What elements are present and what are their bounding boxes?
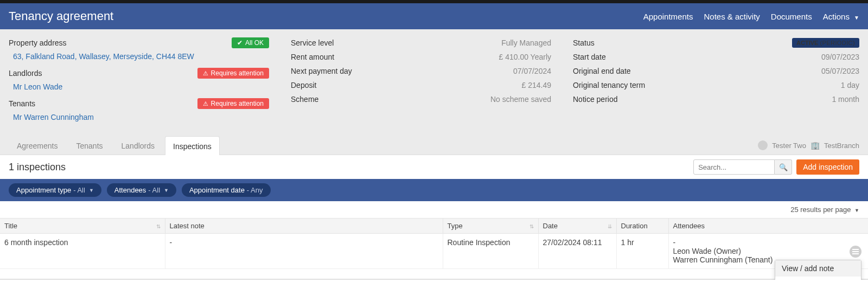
hamburger-icon xyxy=(852,251,859,252)
warning-icon: ⚠ xyxy=(203,100,208,107)
tab-inspections[interactable]: Inspections xyxy=(165,136,220,155)
row-context-menu: View / add note Cancel appointment Edit … xyxy=(775,260,861,280)
user-info: Tester Two 🏢 TestBranch xyxy=(758,140,859,155)
service-level-label: Service level xyxy=(291,39,334,47)
results-per-page-label: 25 results per page xyxy=(790,206,851,214)
footer-separator xyxy=(0,279,868,280)
sort-desc-icon: ⇊ xyxy=(608,223,612,229)
col-title[interactable]: Title⇅ xyxy=(0,219,165,234)
property-address-link[interactable]: 63, Falkland Road, Wallasey, Merseyside,… xyxy=(13,52,194,61)
cell-type: Routine Inspection xyxy=(443,234,538,269)
badge-attention-text: Requires attention xyxy=(211,100,264,107)
col-duration[interactable]: Duration xyxy=(616,219,668,234)
inspections-table: Title⇅ Latest note Type⇅ Date⇊ Duration … xyxy=(0,218,868,269)
filter-value: Any xyxy=(251,186,263,194)
menu-view-add-note[interactable]: View / add note xyxy=(775,260,861,277)
col-title-label: Title xyxy=(4,222,17,230)
col-date-label: Date xyxy=(543,222,558,230)
status-badge-ok: ✔ All OK xyxy=(232,37,269,48)
cell-date: 27/02/2024 08:11 xyxy=(538,234,616,269)
tab-tenants[interactable]: Tenants xyxy=(68,136,111,155)
filter-appointment-type[interactable]: Appointment type - All ▼ xyxy=(9,183,101,197)
filter-label: Attendees xyxy=(114,186,146,194)
tenant-link[interactable]: Mr Warren Cunningham xyxy=(13,113,94,121)
filter-attendees[interactable]: Attendees - All ▼ xyxy=(107,183,176,197)
col-type-label: Type xyxy=(448,222,463,230)
filter-label: Appointment type xyxy=(16,186,71,194)
summary-col-mid: Service levelFully Managed Rent amount£ … xyxy=(291,36,551,127)
attendee-dash: - xyxy=(673,238,864,247)
warning-icon: ⚠ xyxy=(203,70,208,77)
scheme-value: No scheme saved xyxy=(490,95,551,104)
notice-period-value: 1 month xyxy=(832,95,859,104)
table-row[interactable]: 6 month inspection - Routine Inspection … xyxy=(0,234,868,269)
status-badge-attention-landlord: ⚠ Requires attention xyxy=(197,68,269,79)
original-term-value: 1 day xyxy=(841,81,859,89)
summary-col-left: Property address ✔ All OK 63, Falkland R… xyxy=(9,36,269,127)
branch-icon: 🏢 xyxy=(810,141,820,150)
filter-value: All xyxy=(77,186,85,194)
add-inspection-button[interactable]: Add inspection xyxy=(796,159,859,175)
col-duration-label: Duration xyxy=(621,222,648,230)
nav-notes-activity[interactable]: Notes & activity xyxy=(704,12,760,21)
start-date-value: 09/07/2023 xyxy=(821,53,859,61)
service-level-value: Fully Managed xyxy=(501,39,551,47)
start-date-label: Start date xyxy=(573,53,606,61)
notice-period-label: Notice period xyxy=(573,95,618,104)
tenants-label: Tenants xyxy=(9,99,35,108)
nav-actions[interactable]: Actions ▼ xyxy=(823,12,859,21)
header-nav: Appointments Notes & activity Documents … xyxy=(643,12,859,21)
filter-label: Appointment date xyxy=(189,186,245,194)
table-header-row: Title⇅ Latest note Type⇅ Date⇊ Duration … xyxy=(0,219,868,234)
menu-cancel-appointment[interactable]: Cancel appointment xyxy=(775,277,861,280)
nav-documents[interactable]: Documents xyxy=(771,12,812,21)
page-header: Tenancy agreement Appointments Notes & a… xyxy=(0,3,868,29)
user-name: Tester Two xyxy=(772,142,806,150)
original-term-label: Original tenancy term xyxy=(573,81,645,89)
original-end-date-value: 05/07/2023 xyxy=(821,67,859,75)
cell-latest-note: - xyxy=(165,234,443,269)
chevron-down-icon: ▼ xyxy=(854,15,859,21)
status-badge-main: ACTIVE xyxy=(796,40,818,46)
search-button[interactable]: 🔍 xyxy=(775,159,792,175)
rent-amount-value: £ 410.00 Yearly xyxy=(499,53,551,61)
next-payment-label: Next payment day xyxy=(291,67,352,75)
status-badge-active: ACTIVE (PERIODIC) xyxy=(792,38,859,48)
tab-list: Agreements Tenants Landlords Inspections xyxy=(9,136,220,155)
row-menu-button[interactable] xyxy=(850,246,861,258)
tabs-row: Agreements Tenants Landlords Inspections… xyxy=(0,136,868,155)
filter-value: All xyxy=(152,186,160,194)
chevron-down-icon: ▼ xyxy=(89,188,94,193)
landlords-label: Landlords xyxy=(9,69,42,78)
nav-appointments[interactable]: Appointments xyxy=(643,12,693,21)
tab-landlords[interactable]: Landlords xyxy=(113,136,163,155)
sort-icon: ⇅ xyxy=(156,223,161,229)
results-per-page[interactable]: 25 results per page ▼ xyxy=(0,201,868,218)
inspections-toolbar: 1 inspections 🔍 Add inspection xyxy=(0,155,868,179)
chevron-down-icon: ▼ xyxy=(164,188,169,193)
col-latest-note-label: Latest note xyxy=(170,222,205,230)
col-latest-note[interactable]: Latest note xyxy=(165,219,443,234)
col-attendees[interactable]: Attendees xyxy=(668,219,868,234)
check-icon: ✔ xyxy=(237,39,242,47)
page-title: Tenancy agreement xyxy=(9,9,113,23)
filter-bar: Appointment type - All ▼ Attendees - All… xyxy=(0,179,868,201)
deposit-value: £ 214.49 xyxy=(522,81,552,89)
cell-attendees: - Leon Wade (Owner) Warren Cunningham (T… xyxy=(668,234,868,269)
branch-name: TestBranch xyxy=(824,142,859,150)
search-input[interactable] xyxy=(693,159,775,175)
col-attendees-label: Attendees xyxy=(673,222,705,230)
col-date[interactable]: Date⇊ xyxy=(538,219,616,234)
filter-appointment-date[interactable]: Appointment date - Any xyxy=(182,183,271,197)
status-badge-sub: (PERIODIC) xyxy=(820,40,856,46)
tab-agreements[interactable]: Agreements xyxy=(9,136,66,155)
original-end-date-label: Original end date xyxy=(573,67,631,75)
summary-panel: Property address ✔ All OK 63, Falkland R… xyxy=(0,29,868,136)
landlord-link[interactable]: Mr Leon Wade xyxy=(13,82,62,91)
property-address-label: Property address xyxy=(9,39,67,47)
col-type[interactable]: Type⇅ xyxy=(443,219,538,234)
status-label: Status xyxy=(573,39,595,47)
nav-actions-label: Actions xyxy=(823,12,850,21)
attendee-item: Leon Wade (Owner) xyxy=(673,247,864,255)
sort-icon: ⇅ xyxy=(529,223,534,229)
